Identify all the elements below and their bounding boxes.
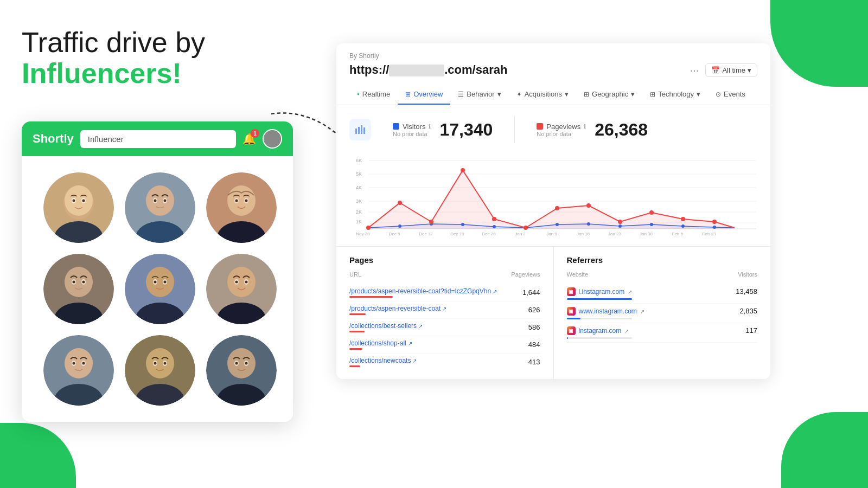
acquisitions-chevron-icon: ▾: [565, 90, 569, 98]
visitors-column-header: Visitors: [738, 271, 757, 278]
svg-text:Jan 2: Jan 2: [515, 232, 526, 235]
svg-text:Jan 16: Jan 16: [577, 232, 590, 235]
pages-row-4: /collections/shop-all ↗ 484: [349, 336, 540, 354]
more-options-button[interactable]: ···: [690, 64, 699, 76]
svg-point-102: [555, 206, 559, 210]
svg-text:3K: 3K: [356, 198, 362, 204]
url-link-3[interactable]: /collections/best-sellers ↗: [349, 322, 423, 330]
referrer-bar-container-2: [567, 318, 632, 319]
instagram-icon-1: ▣: [567, 287, 576, 296]
influencer-avatar-5: [125, 254, 195, 324]
svg-text:1K: 1K: [356, 219, 362, 224]
svg-text:Dec 26: Dec 26: [482, 232, 496, 235]
left-section: Traffic drive by Influencers! Shortly 🔔 …: [0, 0, 336, 488]
svg-point-41: [235, 281, 238, 284]
time-selector[interactable]: 📅 All time ▾: [705, 63, 757, 77]
svg-point-34: [154, 281, 157, 284]
url-cell-2: /products/aspen-reversible-coat ↗: [349, 305, 446, 315]
svg-point-105: [649, 210, 654, 215]
external-icon-3: ↗: [624, 328, 629, 334]
svg-rect-66: [358, 127, 360, 134]
svg-point-28: [82, 281, 85, 284]
pageviews-val-1: 1,644: [522, 288, 540, 297]
website-column-header: Website: [567, 271, 589, 278]
referrer-row-1: ▣ l.instagram.com ↗ 13,458: [567, 284, 758, 304]
tab-overview[interactable]: ⊞ Overview: [398, 85, 450, 105]
svg-point-6: [73, 200, 75, 202]
pages-row-3: /collections/best-sellers ↗ 586: [349, 319, 540, 336]
svg-point-63: [245, 362, 248, 365]
url-link-2[interactable]: /products/aspen-reversible-coat ↗: [349, 305, 446, 312]
svg-text:Dec 5: Dec 5: [389, 232, 400, 235]
url-link-1[interactable]: /products/aspen-reversible-coat?tid=IczZ…: [349, 287, 497, 295]
pageviews-val-2: 626: [528, 306, 540, 314]
tab-realtime[interactable]: ● Realtime: [349, 85, 398, 105]
svg-point-10: [146, 185, 174, 216]
pageviews-column-header: Pageviews: [511, 271, 540, 278]
chart-icon: [349, 119, 371, 140]
svg-text:4K: 4K: [356, 185, 362, 190]
svg-point-99: [461, 168, 465, 172]
url-row: https://xxxxxxxx.com/sarah ··· 📅 All tim…: [349, 63, 757, 77]
visitors-label-group: Visitors ℹ No prior data: [393, 123, 431, 137]
url-prefix: https://: [349, 63, 389, 76]
stat-divider: [514, 116, 515, 143]
tab-acquisitions[interactable]: ✦ Acquisitions ▾: [509, 85, 576, 105]
url-link-4[interactable]: /collections/shop-all ↗: [349, 339, 412, 347]
pageviews-info-icon: ℹ: [584, 123, 586, 130]
tab-technology[interactable]: ⊞ Technology ▾: [642, 85, 708, 105]
url-text-2: /products/aspen-reversible-coat: [349, 305, 441, 312]
bg-decoration-top-right: [770, 0, 868, 87]
pageviews-val-5: 413: [528, 358, 540, 366]
referrers-table-header: Website Visitors: [567, 271, 758, 280]
svg-point-27: [73, 281, 75, 284]
pages-row-5: /collections/newcoats ↗ 413: [349, 354, 540, 370]
url-text-3: /collections/best-sellers: [349, 322, 417, 330]
url-text-5: /collections/newcoats: [349, 357, 411, 364]
influencer-avatar-9: [206, 335, 277, 406]
url-text-1: /products/aspen-reversible-coat?tid=IczZ…: [349, 287, 491, 295]
url-link-5[interactable]: /collections/newcoats ↗: [349, 357, 417, 364]
referrers-title: Referrers: [567, 255, 758, 265]
pages-row-1: /products/aspen-reversible-coat?tid=IczZ…: [349, 284, 540, 301]
tab-behavior[interactable]: ☰ Behavior ▾: [450, 85, 508, 105]
tab-behavior-label: Behavior: [467, 90, 494, 98]
referrer-name-2[interactable]: ▣ www.instagram.com ↗: [567, 307, 644, 316]
referrer-bar-container-3: [567, 337, 632, 339]
svg-text:Feb 6: Feb 6: [672, 232, 684, 235]
svg-rect-68: [363, 127, 365, 134]
referrers-panel: Referrers Website Visitors ▣ l.instagram…: [554, 247, 771, 379]
geographic-icon: ⊞: [584, 91, 589, 98]
svg-point-17: [227, 185, 256, 216]
svg-point-24: [65, 267, 93, 297]
referrer-left-2: ▣ www.instagram.com ↗: [567, 307, 644, 319]
technology-chevron-icon: ▾: [697, 90, 700, 98]
pages-title: Pages: [349, 255, 540, 265]
influencer-avatar-4: [43, 254, 114, 324]
svg-point-48: [73, 362, 75, 365]
influencer-avatar-3: [206, 172, 277, 243]
stats-row: Visitors ℹ No prior data 17,340 Pageview…: [336, 105, 770, 154]
svg-point-62: [235, 362, 238, 365]
referrer-left-3: ▣ instagram.com ↗: [567, 326, 632, 339]
svg-rect-65: [355, 129, 357, 134]
bg-decoration-bottom-right: [781, 412, 868, 488]
notification-button[interactable]: 🔔 1: [242, 132, 256, 145]
instagram-icon-3: ▣: [567, 326, 576, 335]
tab-events[interactable]: ⊙ Events: [708, 85, 753, 105]
referrer-domain-1: l.instagram.com: [579, 288, 625, 296]
influencer-avatar-7: [43, 335, 114, 406]
svg-point-101: [524, 226, 528, 230]
referrer-name-1[interactable]: ▣ l.instagram.com ↗: [567, 287, 633, 296]
url-blurred: xxxxxxxx: [389, 65, 444, 76]
referrer-name-3[interactable]: ▣ instagram.com ↗: [567, 326, 632, 335]
search-input[interactable]: [80, 130, 236, 148]
tab-geographic[interactable]: ⊞ Geographic ▾: [576, 85, 642, 105]
geographic-chevron-icon: ▾: [631, 90, 635, 98]
svg-text:5K: 5K: [356, 171, 362, 177]
url-cell-5: /collections/newcoats ↗: [349, 357, 417, 367]
svg-point-3: [65, 185, 93, 216]
svg-text:Feb 13: Feb 13: [703, 232, 716, 235]
svg-point-13: [154, 200, 157, 202]
svg-point-35: [164, 281, 167, 284]
